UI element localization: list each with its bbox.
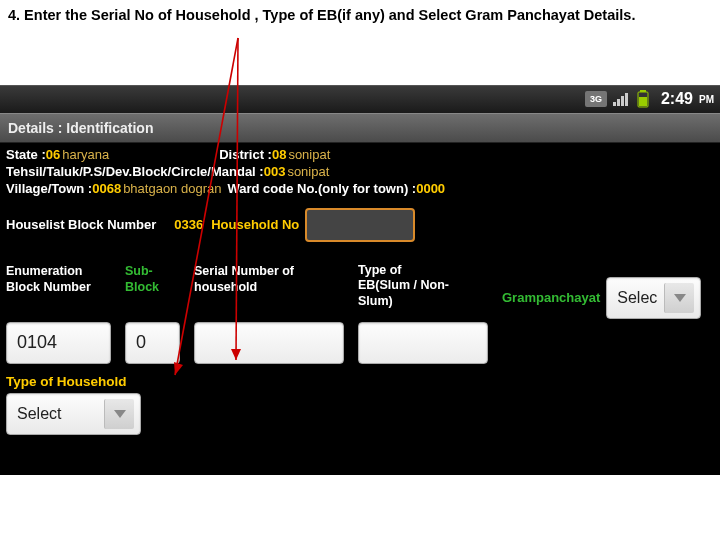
- enum-lbl1: Enumeration: [6, 264, 82, 278]
- hlb-code: 0336: [174, 217, 203, 232]
- ward-code: 0000: [416, 181, 445, 196]
- chevron-down-icon: [104, 399, 134, 429]
- household-no-label: Household No: [211, 217, 299, 232]
- instruction-text: 4. Enter the Serial No of Household , Ty…: [0, 0, 720, 30]
- state-name: haryana: [62, 147, 109, 162]
- household-no-input[interactable]: [305, 208, 415, 242]
- serial-lbl1: Serial Number of: [194, 264, 294, 278]
- state-label: State :: [6, 147, 46, 162]
- district-name: sonipat: [288, 147, 330, 162]
- enum-block-input[interactable]: 0104: [6, 322, 111, 364]
- eb-head: Type of EB(Slum / Non- Slum): [358, 262, 488, 310]
- sub-lbl2: Block: [125, 280, 159, 294]
- type-household-select[interactable]: Select: [6, 393, 141, 435]
- eb-lbl1: Type of: [358, 263, 402, 277]
- screen-title: Details : Identification: [0, 113, 720, 143]
- type-household-section: Type of Household Select: [6, 374, 714, 435]
- gram-select-value: Selec: [617, 289, 657, 307]
- svg-rect-8: [621, 96, 624, 106]
- tehsil-code: 003: [264, 164, 286, 179]
- col-enum-block: Enumeration Block Number 0104: [6, 262, 111, 364]
- row-tehsil: Tehsil/Taluk/P.S/Dev.Block/Circle/Mandal…: [6, 164, 714, 179]
- village-label: Village/Town :: [6, 181, 92, 196]
- svg-text:3G: 3G: [590, 94, 602, 104]
- network-3g-icon: 3G: [585, 91, 607, 107]
- type-eb-input[interactable]: [358, 322, 488, 364]
- tehsil-name: sonipat: [287, 164, 329, 179]
- gram-select[interactable]: Selec: [606, 277, 701, 319]
- village-code: 0068: [92, 181, 121, 196]
- col-sub-block: Sub- Block 0: [125, 262, 180, 364]
- sub-lbl1: Sub-: [125, 264, 153, 278]
- signal-icon: [613, 91, 631, 107]
- ward-label: Ward code No.(only for town) :: [227, 181, 416, 196]
- col-grampanchayat: Grampanchayat Selec: [502, 276, 712, 319]
- svg-rect-12: [639, 97, 647, 106]
- eb-lbl3: Slum): [358, 294, 393, 308]
- android-status-bar: 3G 2:49 PM: [0, 85, 720, 113]
- instruction-gap: [0, 30, 720, 85]
- row-houselist: Houselist Block Number 0336 Household No: [6, 208, 714, 242]
- type-household-value: Select: [17, 405, 61, 423]
- svg-rect-7: [617, 99, 620, 106]
- clock-ampm: PM: [699, 94, 714, 105]
- district-code: 08: [272, 147, 286, 162]
- row-state-district: State : 06 haryana District : 08 sonipat: [6, 147, 714, 162]
- svg-rect-6: [613, 102, 616, 106]
- sub-block-head: Sub- Block: [125, 262, 180, 296]
- enum-lbl2: Block Number: [6, 280, 91, 294]
- type-household-label: Type of Household: [6, 374, 714, 389]
- serial-no-input[interactable]: [194, 322, 344, 364]
- form-content: State : 06 haryana District : 08 sonipat…: [0, 143, 720, 475]
- tehsil-label: Tehsil/Taluk/P.S/Dev.Block/Circle/Mandal…: [6, 164, 264, 179]
- svg-marker-13: [674, 294, 686, 302]
- svg-rect-9: [625, 93, 628, 106]
- row-village-ward: Village/Town : 0068 bhatgaon dogran Ward…: [6, 181, 714, 196]
- state-code: 06: [46, 147, 60, 162]
- gram-label: Grampanchayat: [502, 290, 600, 305]
- clock-time: 2:49: [661, 90, 693, 108]
- serial-lbl2: household: [194, 280, 257, 294]
- col-serial-no: Serial Number of household: [194, 262, 344, 364]
- col-type-eb: Type of EB(Slum / Non- Slum): [358, 262, 488, 364]
- serial-head: Serial Number of household: [194, 262, 344, 296]
- svg-marker-14: [114, 410, 126, 418]
- village-name: bhatgaon dogran: [123, 181, 221, 196]
- district-label: District :: [219, 147, 272, 162]
- battery-icon: [637, 90, 649, 108]
- chevron-down-icon: [664, 283, 694, 313]
- sub-block-input[interactable]: 0: [125, 322, 180, 364]
- hlb-label: Houselist Block Number: [6, 217, 156, 232]
- field-row-main: Enumeration Block Number 0104 Sub- Block…: [6, 262, 714, 364]
- eb-lbl2: EB(Slum / Non-: [358, 278, 449, 292]
- enum-block-head: Enumeration Block Number: [6, 262, 111, 296]
